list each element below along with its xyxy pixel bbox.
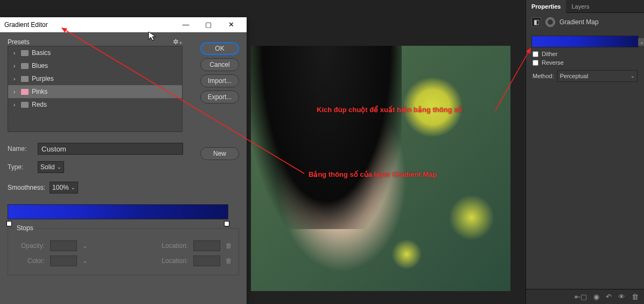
chevron-down-icon: ⌄ (57, 164, 61, 170)
visibility-icon[interactable]: 👁 (618, 293, 625, 301)
chevron-right-icon: › (13, 63, 18, 69)
export-button[interactable]: Export... (200, 91, 239, 103)
method-select[interactable]: Perceptual⌄ (557, 70, 638, 82)
folder-icon (21, 89, 29, 95)
adjustment-icon: ◧ (531, 17, 541, 27)
color-swatch[interactable] (50, 255, 77, 266)
color-location-input[interactable] (193, 255, 220, 266)
preset-label: Purples (32, 75, 54, 82)
name-label: Name: (8, 145, 33, 153)
panel-footer: ⇤▢ ◉ ↶ 👁 🗑 (526, 289, 644, 304)
type-select[interactable]: Solid⌄ (38, 161, 64, 173)
ok-button[interactable]: OK (200, 42, 239, 55)
chevron-right-icon: › (13, 76, 18, 82)
close-button[interactable]: ✕ (220, 20, 242, 29)
gradient-name-input[interactable] (38, 143, 183, 155)
properties-panel: Properties Layers ◧ Gradient Map ⌄ Dithe… (526, 0, 644, 304)
dither-checkbox[interactable]: Dither (526, 50, 644, 58)
opacity-label: Opacity: (15, 242, 45, 250)
presets-gear-icon[interactable]: ✲₊ (173, 38, 183, 46)
preset-folder[interactable]: ›Pinks (8, 85, 182, 98)
preset-folder[interactable]: ›Blues (8, 59, 182, 72)
smoothness-label: Smoothness: (8, 184, 45, 191)
gradient-bar[interactable] (8, 204, 228, 219)
maximize-button[interactable]: ▢ (197, 20, 220, 29)
chevron-down-icon: ⌄ (82, 242, 88, 250)
trash-icon[interactable]: 🗑 (226, 257, 232, 265)
tab-layers[interactable]: Layers (566, 0, 594, 13)
reverse-checkbox[interactable]: Reverse (526, 58, 644, 67)
gradient-picker-chevron[interactable]: ⌄ (638, 38, 644, 46)
folder-icon (21, 102, 29, 108)
mask-icon[interactable] (545, 17, 555, 27)
preset-folder[interactable]: ›Reds (8, 98, 182, 111)
trash-icon[interactable]: 🗑 (226, 242, 232, 250)
gradient-stop-right[interactable] (224, 221, 229, 226)
method-label: Method: (533, 73, 554, 79)
import-button[interactable]: Import... (200, 74, 239, 87)
gradient-preview[interactable]: ⌄ (531, 36, 639, 47)
folder-icon (21, 63, 29, 69)
chevron-down-icon: ⌄ (631, 73, 635, 79)
annotation-1: Kích đúp chuột để xuất hiện bảng thông s… (317, 106, 462, 114)
presets-list[interactable]: ›Basics ›Blues ›Purples ›Pinks ›Reds (8, 46, 183, 132)
method-value: Perceptual (560, 73, 589, 79)
chevron-right-icon: › (13, 89, 18, 95)
opacity-location-input[interactable] (193, 240, 220, 251)
preset-label: Blues (32, 62, 48, 70)
folder-icon (21, 76, 29, 82)
preset-label: Pinks (32, 88, 47, 95)
stops-group: Stops Opacity: ⌄ Location: 🗑 Color: ⌄ Lo… (8, 228, 239, 275)
preset-label: Reds (32, 101, 47, 108)
new-button[interactable]: New (200, 147, 239, 160)
chevron-right-icon: › (13, 50, 18, 56)
color-label: Color: (15, 257, 45, 265)
stops-legend: Stops (15, 224, 36, 232)
annotation-2: Bảng thông số của layer Gradient Map (309, 170, 437, 178)
cancel-button[interactable]: Cancel (200, 58, 239, 71)
location-label: Location: (162, 242, 188, 250)
panel-tabs: Properties Layers (526, 0, 644, 13)
preset-label: Basics (32, 49, 51, 57)
type-label: Type: (8, 163, 33, 171)
document-preview[interactable] (251, 46, 510, 291)
location-label: Location: (162, 257, 188, 265)
preset-folder[interactable]: ›Basics (8, 46, 182, 59)
reverse-label: Reverse (542, 59, 564, 66)
layer-type-label: Gradient Map (559, 18, 599, 26)
folder-icon (21, 50, 29, 56)
delete-icon[interactable]: 🗑 (632, 293, 639, 301)
smoothness-value: 100% (52, 184, 69, 191)
chevron-down-icon: ⌄ (82, 257, 88, 265)
clip-icon[interactable]: ⇤▢ (575, 293, 587, 301)
presets-label: Presets (8, 38, 30, 46)
type-value: Solid (40, 163, 55, 171)
dialog-title: Gradient Editor (4, 21, 174, 29)
opacity-input[interactable] (50, 240, 77, 251)
dialog-titlebar[interactable]: Gradient Editor — ▢ ✕ (0, 17, 247, 32)
gradient-stop-left[interactable] (6, 221, 12, 226)
reset-icon[interactable]: ↶ (606, 293, 612, 301)
chevron-right-icon: › (13, 102, 18, 108)
tab-properties[interactable]: Properties (526, 0, 566, 13)
gradient-editor-dialog: Gradient Editor — ▢ ✕ Presets ✲₊ ›Basics… (0, 17, 247, 304)
cursor-icon (148, 31, 158, 42)
minimize-button[interactable]: — (174, 20, 197, 29)
preset-folder[interactable]: ›Purples (8, 72, 182, 85)
dither-label: Dither (542, 51, 557, 57)
chevron-down-icon: ⌄ (71, 185, 75, 190)
smoothness-select[interactable]: 100%⌄ (50, 182, 78, 194)
view-previous-icon[interactable]: ◉ (593, 293, 599, 301)
